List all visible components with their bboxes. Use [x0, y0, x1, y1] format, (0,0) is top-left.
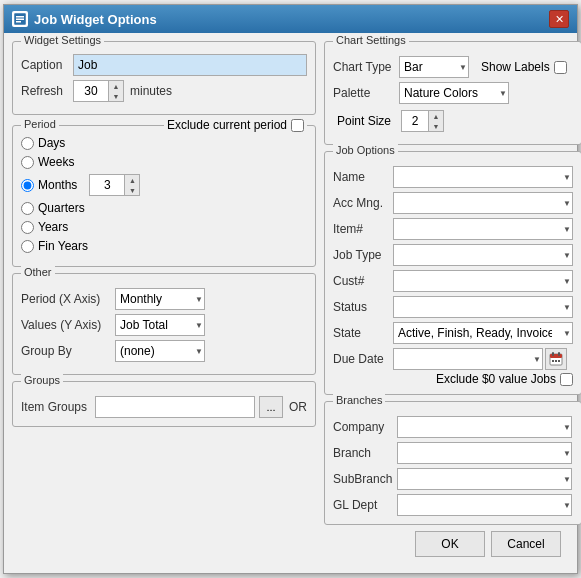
job-acc-mng-select[interactable]	[393, 192, 573, 214]
years-label: Years	[38, 220, 68, 234]
close-button[interactable]: ✕	[549, 10, 569, 28]
subbranch-select-wrap: ▼	[397, 468, 573, 490]
months-input[interactable]	[89, 174, 125, 196]
show-labels-label: Show Labels	[481, 60, 550, 74]
fin-years-radio[interactable]	[21, 240, 34, 253]
months-spin-down[interactable]: ▼	[125, 185, 139, 195]
palette-label: Palette	[333, 86, 393, 100]
job-item-select[interactable]	[393, 218, 573, 240]
palette-select[interactable]: Nature Colors Ocean Blues Classic	[399, 82, 509, 104]
branch-select[interactable]	[397, 442, 572, 464]
svg-rect-6	[552, 352, 554, 356]
gl-dept-select-wrap: ▼	[397, 494, 573, 516]
point-size-spin-up[interactable]: ▲	[429, 111, 443, 121]
chart-type-select-wrap: Bar Line Pie Area ▼	[399, 56, 469, 78]
months-radio[interactable]	[21, 179, 34, 192]
job-options-label: Job Options	[333, 144, 398, 156]
caption-input[interactable]	[73, 54, 307, 76]
caption-label: Caption	[21, 58, 69, 72]
weeks-radio[interactable]	[21, 156, 34, 169]
ok-button[interactable]: OK	[415, 531, 485, 557]
dialog: Job Widget Options ✕ Widget Settings Cap…	[3, 4, 578, 574]
branch-label: Branch	[333, 446, 397, 460]
job-item-label: Item#	[333, 222, 393, 236]
days-row: Days	[21, 136, 307, 150]
job-cust-select-wrap: ▼	[393, 270, 573, 292]
exclude-jobs-checkbox[interactable]	[560, 373, 573, 386]
svg-rect-8	[552, 360, 554, 362]
point-size-label: Point Size	[337, 114, 391, 128]
refresh-spin-up[interactable]: ▲	[109, 81, 123, 91]
job-state-select-wrap: Active, Finish, Ready, Invoiced ▼	[393, 322, 573, 344]
job-options-grid: Name ▼ Acc Mng. ▼	[333, 166, 573, 370]
cancel-button[interactable]: Cancel	[491, 531, 561, 557]
job-acc-mng-select-wrap: ▼	[393, 192, 573, 214]
refresh-spin-down[interactable]: ▼	[109, 91, 123, 101]
point-size-spin-down[interactable]: ▼	[429, 121, 443, 131]
gl-dept-select[interactable]	[397, 494, 572, 516]
period-x-select[interactable]: Monthly Daily Weekly Quarterly Yearly	[115, 288, 205, 310]
exclude-checkbox[interactable]	[291, 119, 304, 132]
calendar-button[interactable]	[545, 348, 567, 370]
values-y-select[interactable]: Job Total Job Count	[115, 314, 205, 336]
group-by-label: Group By	[21, 344, 111, 358]
job-cust-label: Cust#	[333, 274, 393, 288]
title-bar: Job Widget Options ✕	[4, 5, 577, 33]
job-status-label: Status	[333, 300, 393, 314]
fin-years-label: Fin Years	[38, 239, 88, 253]
refresh-spinner: ▲ ▼	[73, 80, 124, 102]
values-y-select-wrap: Job Total Job Count ▼	[115, 314, 205, 336]
subbranch-select[interactable]	[397, 468, 572, 490]
exclude-label: Exclude current period	[167, 118, 287, 132]
title-bar-left: Job Widget Options	[12, 11, 157, 27]
job-options-group: Job Options Name ▼ Acc Mng.	[324, 151, 581, 395]
days-label: Days	[38, 136, 65, 150]
refresh-input[interactable]	[73, 80, 109, 102]
svg-rect-5	[550, 354, 562, 358]
months-spinner-btns: ▲ ▼	[125, 174, 140, 196]
years-row: Years	[21, 220, 307, 234]
days-radio[interactable]	[21, 137, 34, 150]
subbranch-label: SubBranch	[333, 472, 397, 486]
exclude-jobs-label: Exclude $0 value Jobs	[436, 372, 556, 386]
years-radio[interactable]	[21, 221, 34, 234]
point-size-input[interactable]	[401, 110, 429, 132]
job-name-select[interactable]	[393, 166, 573, 188]
branches-grid: Company ▼ Branch ▼	[333, 416, 573, 516]
due-date-select-wrap: ▼	[393, 348, 543, 370]
quarters-radio[interactable]	[21, 202, 34, 215]
job-item-select-wrap: ▼	[393, 218, 573, 240]
bottom-bar: OK Cancel	[12, 525, 569, 565]
or-label: OR	[289, 400, 307, 414]
svg-rect-1	[16, 16, 24, 18]
quarters-label: Quarters	[38, 201, 85, 215]
period-x-row: Period (X Axis) Monthly Daily Weekly Qua…	[21, 288, 307, 310]
branches-label: Branches	[333, 394, 385, 406]
branches-group: Branches Company ▼ Branch	[324, 401, 581, 525]
other-group: Other Period (X Axis) Monthly Daily Week…	[12, 273, 316, 375]
dialog-icon	[12, 11, 28, 27]
show-labels-checkbox[interactable]	[554, 61, 567, 74]
company-select[interactable]	[397, 416, 572, 438]
svg-rect-9	[555, 360, 557, 362]
left-column: Widget Settings Caption Refresh ▲ ▼	[12, 41, 316, 525]
chart-type-select[interactable]: Bar Line Pie Area	[399, 56, 469, 78]
due-date-row: ▼	[393, 348, 573, 370]
quarters-row: Quarters	[21, 201, 307, 215]
item-groups-input[interactable]	[95, 396, 255, 418]
job-cust-select[interactable]	[393, 270, 573, 292]
chart-type-row: Chart Type Bar Line Pie Area ▼	[333, 56, 573, 78]
job-state-select[interactable]: Active, Finish, Ready, Invoiced	[393, 322, 573, 344]
months-spin-up[interactable]: ▲	[125, 175, 139, 185]
group-by-row: Group By (none) ▼	[21, 340, 307, 362]
due-date-select[interactable]	[393, 348, 543, 370]
job-status-select-wrap: ▼	[393, 296, 573, 318]
item-groups-dots-button[interactable]: ...	[259, 396, 283, 418]
job-status-select[interactable]	[393, 296, 573, 318]
item-groups-label: Item Groups	[21, 400, 91, 414]
group-by-select[interactable]: (none)	[115, 340, 205, 362]
caption-row: Caption	[21, 54, 307, 76]
months-label: Months	[38, 178, 77, 192]
job-type-select[interactable]	[393, 244, 573, 266]
other-label: Other	[21, 266, 55, 278]
